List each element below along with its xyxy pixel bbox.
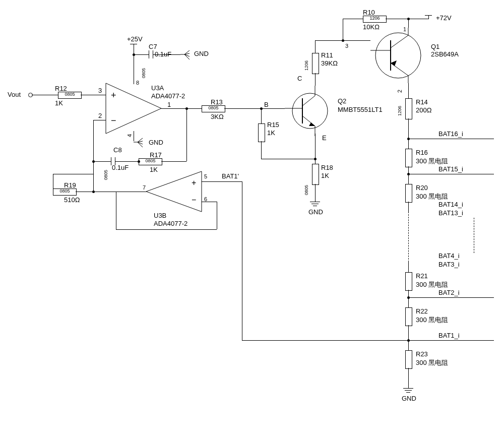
u3b-model: ADA4077-2 [154, 220, 187, 227]
pin2: 2 [98, 112, 102, 119]
r15-box [258, 123, 265, 142]
q1-model: 2SB649A [431, 50, 459, 58]
r17-name: R17 [150, 151, 162, 159]
u3a-name: U3A [151, 84, 164, 92]
gnd-icon [180, 49, 196, 60]
gnd-icon [134, 137, 149, 148]
r11-value: 39KΩ [321, 59, 338, 67]
gnd-u3a: GND [149, 139, 163, 146]
r20-value: 300 黑电阻 [416, 192, 448, 201]
pin1: 1 [167, 101, 171, 108]
transistor-q2 [285, 86, 335, 136]
bat16i: BAT16_i [438, 130, 463, 138]
r16-box [405, 149, 412, 167]
r10-name: R10 [363, 9, 375, 16]
r16-name: R16 [416, 149, 428, 156]
opamp-u3b: + − [146, 171, 207, 212]
r21-name: R21 [416, 272, 428, 280]
r23-box [405, 350, 412, 369]
r20-name: R20 [416, 184, 428, 192]
c7-value: 0.1uF [155, 50, 171, 58]
r20-box [405, 184, 412, 203]
bat3i: BAT3_i [438, 261, 460, 268]
r18-value: 1K [321, 172, 329, 179]
c7-name: C7 [149, 43, 157, 50]
bat14i: BAT14_i [438, 201, 463, 208]
r12-value: 1K [55, 99, 63, 107]
r14-name: R14 [416, 98, 428, 106]
pin3: 3 [98, 87, 102, 94]
bat15i: BAT15_i [438, 165, 463, 173]
pin-c: C [297, 75, 302, 82]
r13-value: 3KΩ [211, 113, 224, 120]
supply-72v: +72V [436, 14, 452, 22]
gnd-r18: GND [308, 208, 323, 216]
r21-value: 300 黑电阻 [416, 280, 448, 289]
r18-pkg: 0805 [304, 185, 309, 195]
bat1i: BAT1_i [438, 332, 460, 339]
r11-pkg: 1206 [304, 60, 309, 71]
r12-box: 0805 [58, 92, 82, 99]
r15-name: R15 [267, 121, 279, 129]
r14-value: 200Ω [416, 106, 431, 114]
svg-text:−: − [192, 196, 196, 204]
r11-box [312, 53, 319, 74]
svg-marker-23 [391, 60, 397, 66]
svg-text:−: − [111, 115, 116, 125]
vout-label: Vout [8, 91, 21, 98]
c8-name: C8 [113, 146, 122, 154]
pin5: 5 [204, 173, 207, 179]
u3a-model: ADA4077-2 [151, 92, 185, 100]
r19-name: R19 [64, 181, 76, 189]
pin-e: E [322, 134, 327, 142]
r12-name: R12 [55, 85, 67, 92]
pin-b: B [264, 101, 269, 108]
q1-name: Q1 [431, 43, 439, 50]
pin7: 7 [143, 184, 146, 191]
svg-point-8 [292, 93, 328, 129]
gnd-bottom: GND [402, 395, 416, 402]
r16-value: 300 黑电阻 [416, 157, 448, 166]
svg-marker-15 [309, 122, 315, 126]
q1-pin1: 1 [403, 26, 406, 32]
r14-pkg: 1206 [397, 106, 402, 116]
r18-box [312, 164, 319, 185]
r14-box [405, 98, 412, 119]
r15-value: 1K [267, 129, 275, 137]
svg-text:+: + [111, 90, 116, 100]
r22-name: R22 [416, 307, 428, 315]
r22-box [405, 307, 412, 326]
svg-point-16 [375, 33, 421, 78]
r13-box: 0805 [202, 105, 225, 112]
gnd-text-c7: GND [194, 50, 209, 57]
r22-value: 300 黑电阻 [416, 316, 448, 325]
q1-pin2: 2 [397, 90, 403, 93]
r19-box: 0805 [53, 188, 77, 196]
bat2i: BAT2_i [438, 289, 460, 296]
svg-marker-29 [146, 171, 202, 212]
u3b-name: U3B [154, 212, 166, 219]
r18-name: R18 [321, 164, 333, 171]
supply-25v: +25V [127, 35, 143, 43]
r19-value: 510Ω [64, 196, 80, 204]
q2-name: Q2 [338, 97, 346, 105]
r23-value: 300 黑电阻 [416, 358, 448, 367]
bat4i: BAT4_i [438, 252, 460, 260]
q1-pin3: 3 [345, 43, 348, 49]
svg-text:+: + [192, 178, 196, 187]
q2-model: MMBT5551LT1 [338, 106, 383, 113]
svg-line-19 [391, 35, 408, 48]
transistor-q1 [370, 28, 426, 83]
bat13i: BAT13_i [438, 209, 463, 217]
pin4: 4 [127, 134, 133, 137]
c8-value: 0.1uF [112, 164, 129, 171]
r17-box: 0805 [139, 158, 162, 165]
r10-box: 1206 [363, 16, 387, 23]
r23-name: R23 [416, 350, 428, 358]
r11-name: R11 [321, 51, 333, 59]
r21-box [405, 272, 412, 291]
svg-line-11 [302, 96, 315, 106]
c8-pkg: 0805 [103, 170, 108, 180]
c7-pkg: 0805 [141, 68, 146, 78]
r13-name: R13 [211, 98, 223, 106]
